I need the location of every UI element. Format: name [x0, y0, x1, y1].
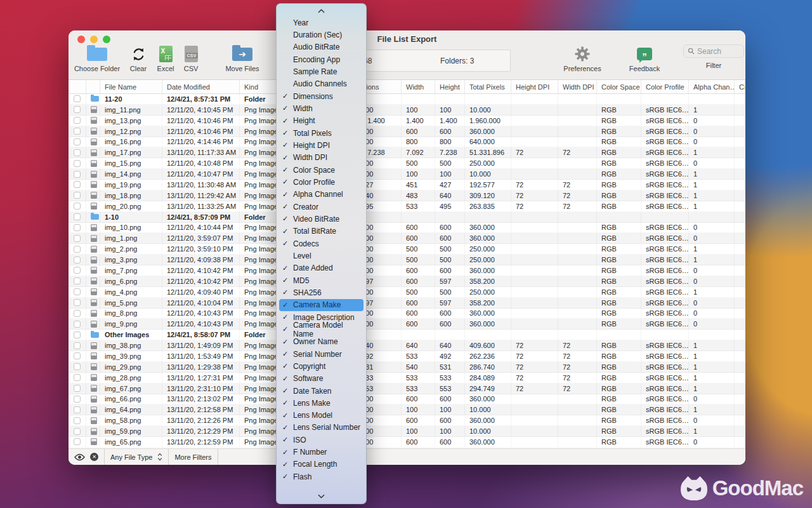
table-row[interactable]: img_13.png 12/11/20, 4:10:46 PM Png Imag…	[69, 116, 745, 126]
row-checkbox[interactable]	[74, 138, 81, 145]
menu-item[interactable]: ✓ F Number	[279, 446, 363, 458]
row-checkbox[interactable]	[74, 192, 81, 199]
row-checkbox[interactable]	[74, 288, 81, 295]
menu-item[interactable]: Audio Channels	[279, 78, 363, 90]
menu-item[interactable]: ✓ Lens Serial Number	[279, 422, 363, 434]
menu-item[interactable]: ✓ MD5	[279, 274, 363, 286]
row-checkbox[interactable]	[74, 342, 81, 349]
menu-item[interactable]: ✓ Dimensions	[279, 90, 363, 102]
menu-item[interactable]: ✓ Copyright	[279, 360, 363, 372]
row-checkbox[interactable]	[74, 128, 81, 135]
table-row[interactable]: img_29.png 13/11/20, 1:29:38 PM Png Imag…	[69, 362, 745, 373]
header-total-pixels[interactable]: Total Pixels	[465, 80, 511, 93]
file-type-dropdown[interactable]: Any File Type	[105, 449, 169, 465]
table-row[interactable]: img_59.png 13/11/20, 2:12:29 PM Png Imag…	[69, 426, 745, 437]
row-checkbox[interactable]	[74, 299, 81, 306]
menu-item[interactable]: ✓ Total BitRate	[279, 225, 363, 237]
row-checkbox[interactable]	[74, 160, 81, 167]
table-row[interactable]: img_10.png 12/11/20, 4:10:44 PM Png Imag…	[69, 223, 745, 234]
row-checkbox[interactable]	[74, 428, 81, 435]
row-checkbox[interactable]	[74, 385, 81, 392]
menu-item[interactable]: ✓ Flash	[279, 471, 363, 483]
row-checkbox[interactable]	[74, 106, 81, 113]
table-row[interactable]: img_12.png 12/11/20, 4:10:46 PM Png Imag…	[69, 126, 745, 137]
table-row[interactable]: img_65.png 13/11/20, 2:12:59 PM Png Imag…	[69, 437, 745, 448]
table-row[interactable]: img_64.png 13/11/20, 2:12:58 PM Png Imag…	[69, 404, 745, 415]
move-files-button[interactable]: ➔ Move Files	[218, 44, 266, 72]
table-row[interactable]: img_20.png 13/11/20, 11:33:25 AM Png Ima…	[69, 201, 745, 212]
table-row[interactable]: 11-20 12/4/21, 8:57:31 PM Folder	[69, 94, 745, 105]
menu-item[interactable]: ✓ Color Space	[279, 164, 363, 176]
row-checkbox[interactable]	[74, 203, 81, 210]
table-row[interactable]: img_7.png 12/11/20, 4:10:42 PM Png Image…	[69, 265, 745, 276]
table-row[interactable]: img_66.png 13/11/20, 2:13:02 PM Png Imag…	[69, 394, 745, 405]
row-checkbox[interactable]	[74, 363, 81, 370]
menu-item[interactable]: ✓ Color Profile	[279, 176, 363, 188]
row-checkbox[interactable]	[74, 257, 81, 264]
menu-item[interactable]: ✓ Software	[279, 373, 363, 385]
row-checkbox[interactable]	[74, 331, 81, 338]
menu-item[interactable]: ✓ ISO	[279, 434, 363, 446]
header-height-dpi[interactable]: Height DPI	[511, 80, 558, 93]
row-checkbox[interactable]	[74, 246, 81, 253]
row-checkbox[interactable]	[74, 213, 81, 220]
menu-item[interactable]: Duration (Sec)	[279, 29, 363, 41]
header-color-profile[interactable]: Color Profile	[641, 80, 689, 93]
row-checkbox[interactable]	[74, 95, 81, 102]
clear-filter-icon[interactable]: ✕	[90, 453, 98, 461]
header-width-dpi[interactable]: Width DPI	[558, 80, 597, 93]
table-row[interactable]: img_5.png 12/11/20, 4:10:04 PM Png Image…	[69, 298, 745, 309]
menu-item[interactable]: ✓ Alpha Channel	[279, 189, 363, 201]
header-creator[interactable]: Cr	[735, 80, 745, 93]
table-row[interactable]: img_2.png 12/11/20, 3:59:10 PM Png Image…	[69, 244, 745, 255]
search-input[interactable]	[697, 47, 738, 56]
row-checkbox[interactable]	[74, 374, 81, 381]
csv-export-button[interactable]: CSV CSV	[167, 44, 215, 72]
menu-item[interactable]: ✓ Height	[279, 115, 363, 127]
menu-item[interactable]: Encoding App	[279, 53, 363, 65]
row-checkbox[interactable]	[74, 267, 81, 274]
table-row[interactable]: img_3.png 12/11/20, 4:09:38 PM Png Image…	[69, 255, 745, 265]
table-row[interactable]: img_28.png 13/11/20, 1:27:31 PM Png Imag…	[69, 373, 745, 384]
table-row[interactable]: img_15.png 12/11/20, 4:10:48 PM Png Imag…	[69, 158, 745, 169]
table-row[interactable]: img_18.png 13/11/20, 11:29:42 AM Png Ima…	[69, 190, 745, 201]
header-date-modified[interactable]: Date Modified	[162, 80, 240, 93]
eye-icon[interactable]	[74, 453, 85, 461]
menu-item[interactable]: Year	[279, 17, 363, 29]
header-kind[interactable]: Kind	[240, 80, 278, 93]
row-checkbox[interactable]	[74, 171, 81, 178]
header-alpha-channel[interactable]: Alpha Chan…	[689, 80, 735, 93]
row-checkbox[interactable]	[74, 235, 81, 242]
menu-item[interactable]: ✓ Width DPI	[279, 152, 363, 164]
menu-item[interactable]: ✓ Lens Make	[279, 397, 363, 409]
search-field[interactable]	[683, 44, 744, 58]
table-row[interactable]: img_14.png 12/11/20, 4:10:47 PM Png Imag…	[69, 169, 745, 180]
menu-item[interactable]: Audio BitRate	[279, 41, 363, 53]
menu-item[interactable]: ✓ Codecs	[279, 237, 363, 250]
menu-item[interactable]: ✓ Date Taken	[279, 385, 363, 397]
menu-item[interactable]: ✓ Focal Length	[279, 458, 363, 471]
table-row[interactable]: img_9.png 12/11/20, 4:10:43 PM Png Image…	[69, 319, 745, 330]
menu-item[interactable]: ✓ Serial Number	[279, 348, 363, 360]
table-row[interactable]: 1-10 12/4/21, 8:57:09 PM Folder	[69, 212, 745, 223]
menu-item[interactable]: ✓ Total Pixels	[279, 127, 363, 139]
menu-item[interactable]: ✓ Creator	[279, 201, 363, 213]
row-checkbox[interactable]	[74, 352, 81, 359]
preferences-button[interactable]: Preferences	[558, 44, 606, 72]
header-color-space[interactable]: Color Space	[597, 80, 641, 93]
menu-item[interactable]: ✓ SHA256	[279, 286, 363, 298]
row-checkbox[interactable]	[74, 406, 81, 413]
table-row[interactable]: img_1.png 12/11/20, 3:59:07 PM Png Image…	[69, 233, 745, 244]
menu-item[interactable]: ✓ Owner Name	[279, 336, 363, 348]
table-row[interactable]: img_17.png 13/11/20, 11:17:33 AM Png Ima…	[69, 147, 745, 158]
row-checkbox[interactable]	[74, 321, 81, 328]
table-row[interactable]: img_58.png 13/11/20, 2:12:26 PM Png Imag…	[69, 415, 745, 426]
table-row[interactable]: img_4.png 12/11/20, 4:09:40 PM Png Image…	[69, 287, 745, 298]
menu-item[interactable]: ✓ Date Added	[279, 262, 363, 274]
table-row[interactable]: img_38.png 13/11/20, 1:49:09 PM Png Imag…	[69, 340, 745, 351]
table-row[interactable]: img_6.png 12/11/20, 4:10:42 PM Png Image…	[69, 276, 745, 287]
menu-item[interactable]: ✓ Width	[279, 102, 363, 114]
table-row[interactable]: img_39.png 13/11/20, 1:53:49 PM Png Imag…	[69, 351, 745, 362]
row-checkbox[interactable]	[74, 181, 81, 188]
row-checkbox[interactable]	[74, 417, 81, 424]
